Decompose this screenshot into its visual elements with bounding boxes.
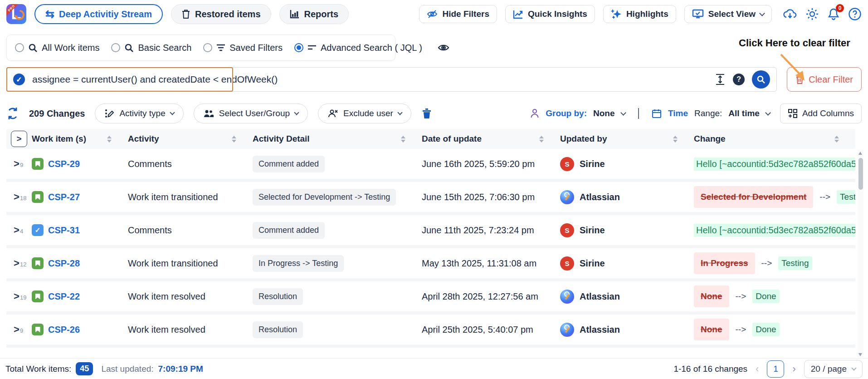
search-mode-saved-filters[interactable]: Saved Filters	[203, 43, 283, 53]
sort-icon[interactable]	[539, 136, 544, 143]
search-icon	[124, 43, 134, 53]
issue-type-task-icon: ✓	[32, 224, 44, 236]
row-count-badge: 12	[20, 261, 26, 268]
col-change: Change	[694, 134, 726, 144]
sort-icon[interactable]	[673, 136, 678, 143]
page-size-select[interactable]: 20 / page	[804, 360, 863, 378]
delete-filters-icon[interactable]	[421, 108, 432, 119]
issue-key-link[interactable]: CSP-26	[48, 325, 80, 335]
grid-plus-icon	[788, 108, 798, 118]
time-range-control[interactable]: Time Range: All time	[652, 108, 770, 118]
activity-cell: Comments	[128, 225, 253, 236]
change-arrow: -->	[736, 325, 746, 335]
scroll-up-icon[interactable]	[858, 152, 862, 155]
hide-filters-button[interactable]: Hide Filters	[419, 5, 497, 23]
sort-icon[interactable]	[401, 136, 405, 143]
comment-change-text: Hello [~accountid:5d3ec782a852f60da5	[694, 224, 855, 237]
date-cell: April 28th 2025, 12:27:56 am	[422, 291, 560, 302]
restored-items-button[interactable]: Restored items	[171, 4, 271, 24]
user-name: Atlassian	[580, 291, 620, 302]
chevron-down-icon	[170, 110, 175, 115]
search-mode-label: All Work items	[42, 43, 99, 53]
chevron-down-icon	[294, 110, 299, 115]
add-columns-button[interactable]: Add Columns	[780, 103, 862, 123]
radio-button[interactable]	[294, 43, 303, 52]
range-label: Range:	[694, 108, 722, 118]
table-row: 9>CSP-29CommentsComment addedJune 16th 2…	[6, 149, 855, 182]
activity-cell: Work item transitioned	[128, 192, 253, 202]
col-date: Date of update	[422, 134, 482, 144]
issue-type-story-icon	[32, 158, 44, 170]
search-mode-advanced-search-jql[interactable]: Advanced Search ( JQL )	[294, 43, 422, 53]
date-cell: June 11th 2025, 7:23:24 pm	[422, 225, 560, 236]
pagination-range: 1-16 of 16 changes	[673, 364, 747, 374]
filter-toolbar: 209 Changes Activity type Select User/Gr…	[6, 103, 862, 123]
search-mode-label: Basic Search	[138, 43, 191, 53]
prev-page-button[interactable]: ‹	[756, 363, 759, 375]
sort-icon[interactable]	[834, 136, 839, 143]
issue-key-link[interactable]: CSP-31	[48, 225, 80, 236]
jql-operator: =	[70, 74, 81, 84]
jql-help-icon[interactable]: ?	[733, 74, 745, 85]
user-name: Sirine	[580, 159, 605, 169]
row-expand-chevron[interactable]: >	[14, 224, 20, 236]
table-body: 9>CSP-29CommentsComment addedJune 16th 2…	[6, 149, 855, 348]
vertical-scrollbar[interactable]	[858, 150, 863, 358]
settings-gear-icon[interactable]	[805, 7, 819, 21]
refresh-icon[interactable]	[6, 107, 19, 120]
help-icon[interactable]	[848, 7, 862, 21]
jql-input[interactable]: ✓ assignee = currentUser() and createdDa…	[6, 67, 777, 92]
preview-eye-icon[interactable]	[438, 43, 449, 53]
search-mode-all-work-items[interactable]: All Work items	[15, 43, 99, 53]
select-user-group-dropdown[interactable]: Select User/Group	[194, 103, 308, 123]
change-arrow: -->	[819, 192, 830, 202]
users-icon	[203, 109, 214, 118]
expand-all-button[interactable]: >	[11, 131, 27, 147]
activity-type-icon	[104, 108, 114, 118]
cloud-download-icon[interactable]	[783, 8, 797, 20]
row-expand-chevron[interactable]: >	[14, 324, 20, 335]
quick-insights-button[interactable]: Quick Insights	[505, 5, 595, 23]
avatar	[560, 290, 574, 304]
sort-icon[interactable]	[107, 136, 112, 143]
radio-button[interactable]	[203, 43, 212, 52]
radio-button[interactable]	[15, 43, 24, 52]
exclude-user-dropdown[interactable]: Exclude user	[318, 103, 411, 123]
pagination: 1-16 of 16 changes ‹ 1 › 20 / page	[673, 360, 863, 378]
search-mode-basic-search[interactable]: Basic Search	[111, 43, 191, 53]
clear-filter-button[interactable]: Clear Filter	[787, 67, 862, 92]
expand-vertical-icon[interactable]	[715, 74, 726, 85]
notifications-bell-icon[interactable]: 0	[827, 8, 840, 20]
issue-key-link[interactable]: CSP-22	[48, 291, 80, 302]
trash-icon	[795, 75, 804, 84]
activity-detail-chip: Resolution	[253, 321, 303, 338]
row-expand-chevron[interactable]: >	[14, 257, 20, 269]
activity-type-dropdown[interactable]: Activity type	[95, 103, 183, 123]
date-cell: June 16th 2025, 5:59:20 pm	[422, 159, 560, 169]
run-search-button[interactable]	[752, 70, 770, 89]
jql-operator: <	[210, 74, 221, 84]
current-page-button[interactable]: 1	[767, 360, 784, 378]
sort-icon[interactable]	[232, 136, 236, 143]
next-page-button[interactable]: ›	[792, 363, 795, 375]
divider	[638, 108, 639, 119]
jql-token: currentUser()	[81, 74, 137, 84]
row-expand-chevron[interactable]: >	[14, 191, 20, 202]
row-count-badge: 9	[20, 327, 23, 334]
scroll-down-icon[interactable]	[858, 353, 862, 356]
row-expand-chevron[interactable]: >	[14, 158, 20, 169]
issue-key-link[interactable]: CSP-29	[48, 159, 80, 169]
chevron-down-icon	[765, 110, 771, 116]
radio-button[interactable]	[111, 43, 120, 52]
highlights-button[interactable]: Highlights	[603, 5, 676, 23]
select-view-button[interactable]: Select View	[684, 5, 772, 23]
issue-key-link[interactable]: CSP-27	[48, 192, 80, 202]
deep-activity-stream-button[interactable]: ⇆ Deep Activitiy Stream	[34, 4, 163, 24]
row-expand-chevron[interactable]: >	[14, 290, 20, 302]
top-toolbar: PRO ⇆ Deep Activitiy Stream Restored ite…	[0, 0, 868, 28]
scrollbar-thumb[interactable]	[858, 158, 863, 190]
group-by-control[interactable]: Group by: None	[530, 108, 625, 118]
jql-query-text[interactable]: assignee = currentUser() and createdDate…	[32, 74, 709, 85]
reports-button[interactable]: Reports	[279, 4, 349, 24]
issue-key-link[interactable]: CSP-28	[48, 258, 80, 269]
